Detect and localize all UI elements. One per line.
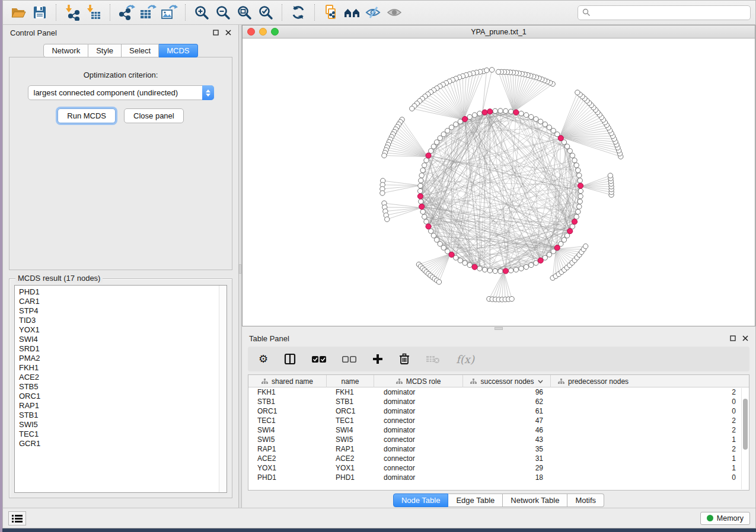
table-cell[interactable]: 61 xyxy=(463,406,551,416)
table-cell[interactable]: 62 xyxy=(463,397,551,406)
import-network-button[interactable] xyxy=(62,2,83,23)
table-row[interactable]: SWI4SWI4dominator462 xyxy=(248,425,749,435)
table-scrollbar[interactable] xyxy=(741,388,748,489)
table-cell[interactable]: SWI5 xyxy=(248,435,327,444)
table-cell[interactable]: 47 xyxy=(463,416,551,425)
table-cell[interactable]: 1 xyxy=(551,435,749,444)
table-cell[interactable]: 0 xyxy=(551,397,749,406)
table-cell[interactable]: SWI5 xyxy=(327,435,374,444)
mcds-node-item[interactable]: FKH1 xyxy=(19,363,219,373)
show-all-button[interactable] xyxy=(384,2,406,23)
network-window-titlebar[interactable]: YPA_prune.txt_1 xyxy=(243,25,755,39)
memory-button[interactable]: Memory xyxy=(700,512,750,525)
task-history-button[interactable] xyxy=(8,511,26,525)
export-network-button[interactable] xyxy=(116,2,137,23)
table-cell[interactable]: 2 xyxy=(551,444,749,454)
table-row[interactable]: STB1STB1dominator620 xyxy=(248,397,749,406)
run-mcds-button[interactable]: Run MCDS xyxy=(58,108,116,123)
tab-network[interactable]: Network xyxy=(43,44,88,57)
mcds-node-item[interactable]: STB1 xyxy=(19,411,219,420)
refresh-button[interactable] xyxy=(288,2,309,23)
mcds-node-item[interactable]: PHD1 xyxy=(19,287,219,297)
table-cell[interactable]: STB1 xyxy=(248,397,327,406)
select-all-button[interactable] xyxy=(312,355,326,363)
column-header-mcds-role[interactable]: MCDS role xyxy=(374,375,463,387)
tab-motifs[interactable]: Motifs xyxy=(567,493,604,507)
table-cell[interactable]: PHD1 xyxy=(248,473,327,482)
zoom-selected-button[interactable] xyxy=(255,2,276,23)
column-header-shared-name[interactable]: shared name xyxy=(248,375,327,387)
table-cell[interactable]: 96 xyxy=(463,387,551,397)
table-cell[interactable]: connector xyxy=(374,454,463,463)
table-cell[interactable]: YOX1 xyxy=(327,463,374,473)
column-header-successor-nodes[interactable]: successor nodes xyxy=(463,375,551,387)
mcds-node-item[interactable]: TID3 xyxy=(19,316,219,325)
export-image-button[interactable] xyxy=(158,2,180,23)
table-cell[interactable]: SWI4 xyxy=(327,425,374,435)
table-cell[interactable]: ACE2 xyxy=(327,454,374,463)
table-cell[interactable]: 31 xyxy=(463,454,551,463)
mcds-node-item[interactable]: TEC1 xyxy=(19,430,219,439)
float-panel-icon[interactable] xyxy=(212,30,219,36)
table-row[interactable]: RAP1RAP1dominator352 xyxy=(248,444,749,454)
table-row[interactable]: TEC1TEC1connector472 xyxy=(248,416,749,425)
add-column-button[interactable] xyxy=(372,354,383,364)
table-cell[interactable]: 18 xyxy=(463,473,551,482)
tab-mcds[interactable]: MCDS xyxy=(159,44,197,57)
tab-style[interactable]: Style xyxy=(88,44,122,57)
zoom-fit-button[interactable] xyxy=(234,2,255,23)
table-cell[interactable]: 2 xyxy=(551,416,749,425)
table-cell[interactable]: 0 xyxy=(551,406,749,416)
horizontal-splitter[interactable] xyxy=(242,326,755,331)
table-cell[interactable]: TEC1 xyxy=(327,416,374,425)
table-cell[interactable]: 35 xyxy=(463,444,551,454)
network-canvas[interactable] xyxy=(243,39,755,326)
mcds-node-item[interactable]: SWI5 xyxy=(19,420,219,430)
table-cell[interactable]: dominator xyxy=(374,397,463,406)
table-cell[interactable]: ORC1 xyxy=(248,406,327,416)
clear-selection-button[interactable] xyxy=(342,355,356,363)
vertical-splitter-handle[interactable] xyxy=(239,264,241,274)
mcds-node-item[interactable]: STP4 xyxy=(19,306,219,316)
tab-select[interactable]: Select xyxy=(122,44,159,57)
table-cell[interactable]: dominator xyxy=(374,425,463,435)
table-cell[interactable]: 1 xyxy=(551,454,749,463)
table-cell[interactable]: SWI4 xyxy=(248,425,327,435)
delete-column-button[interactable] xyxy=(399,353,410,365)
first-neighbors-button[interactable] xyxy=(342,2,363,23)
table-cell[interactable]: 29 xyxy=(463,463,551,473)
table-cell[interactable]: FKH1 xyxy=(327,387,374,397)
table-cell[interactable]: STB1 xyxy=(327,397,374,406)
table-row[interactable]: SWI5SWI5connector431 xyxy=(248,435,749,444)
search-input[interactable] xyxy=(594,8,746,17)
tab-network-table[interactable]: Network Table xyxy=(503,493,567,507)
close-panel-icon[interactable] xyxy=(742,335,748,342)
network-from-selection-button[interactable] xyxy=(320,2,342,23)
table-cell[interactable]: ORC1 xyxy=(327,406,374,416)
table-cell[interactable]: ACE2 xyxy=(248,454,327,463)
table-cell[interactable]: RAP1 xyxy=(327,444,374,454)
table-cell[interactable]: dominator xyxy=(374,473,463,482)
close-panel-button[interactable]: Close panel xyxy=(124,108,184,123)
table-cell[interactable]: connector xyxy=(374,435,463,444)
mcds-node-item[interactable]: SRD1 xyxy=(19,344,219,354)
mcds-node-item[interactable]: SWI4 xyxy=(19,335,219,344)
zoom-out-button[interactable] xyxy=(212,2,234,23)
table-cell[interactable]: YOX1 xyxy=(248,463,327,473)
column-header-name[interactable]: name xyxy=(327,375,374,387)
table-cell[interactable]: RAP1 xyxy=(248,444,327,454)
mcds-list-scrollbar[interactable] xyxy=(219,286,227,492)
tab-node-table[interactable]: Node Table xyxy=(393,493,449,507)
export-table-button[interactable] xyxy=(137,2,158,23)
horizontal-splitter-handle[interactable] xyxy=(495,327,503,330)
show-columns-button[interactable] xyxy=(284,353,296,365)
table-cell[interactable]: 0 xyxy=(551,473,749,482)
table-cell[interactable]: connector xyxy=(374,463,463,473)
table-settings-button[interactable]: ⚙ xyxy=(259,354,268,364)
mcds-node-item[interactable]: YOX1 xyxy=(19,325,219,335)
table-row[interactable]: ACE2ACE2connector311 xyxy=(248,454,749,463)
zoom-in-button[interactable] xyxy=(191,2,212,23)
table-cell[interactable]: connector xyxy=(374,416,463,425)
open-session-button[interactable] xyxy=(8,2,29,23)
mcds-node-item[interactable]: ORC1 xyxy=(19,392,219,401)
